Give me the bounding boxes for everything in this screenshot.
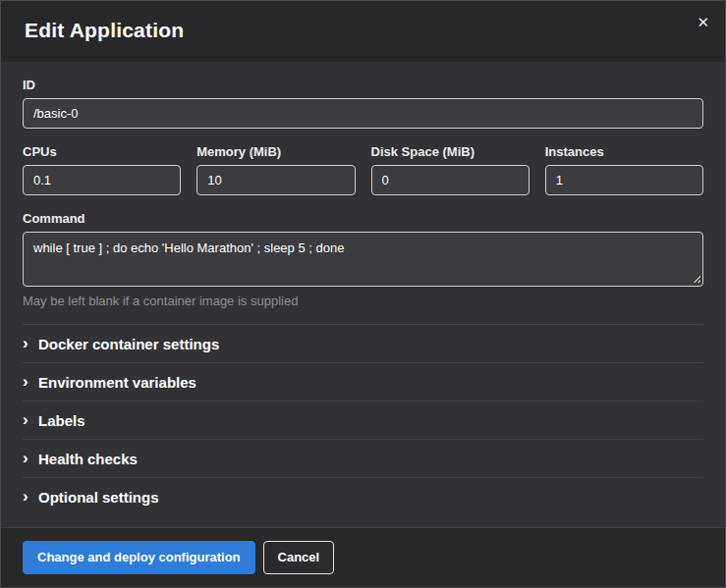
memory-field-group: Memory (MiB): [196, 144, 355, 195]
modal-footer: Change and deploy configuration Cancel: [1, 527, 725, 587]
instances-label: Instances: [545, 144, 703, 159]
section-health-checks[interactable]: › Health checks: [23, 439, 703, 477]
memory-input[interactable]: [196, 165, 355, 195]
page-title: Edit Application: [25, 19, 701, 42]
disk-field-group: Disk Space (MiB): [371, 144, 530, 195]
command-label: Command: [23, 211, 703, 226]
section-label: Health checks: [38, 451, 138, 467]
cancel-button[interactable]: Cancel: [263, 541, 335, 574]
section-label: Labels: [38, 412, 85, 429]
id-label: ID: [23, 78, 703, 92]
deploy-button[interactable]: Change and deploy configuration: [23, 541, 255, 574]
command-input[interactable]: while [ true ] ; do echo 'Hello Marathon…: [23, 232, 703, 287]
chevron-right-icon: ›: [23, 411, 38, 428]
section-optional-settings[interactable]: › Optional settings: [23, 477, 703, 515]
command-help-text: May be left blank if a container image i…: [23, 294, 703, 308]
section-label: Docker container settings: [38, 336, 219, 352]
instances-input[interactable]: [545, 165, 703, 195]
close-icon[interactable]: ✕: [697, 15, 709, 29]
chevron-right-icon: ›: [23, 373, 38, 390]
cpus-field-group: CPUs: [23, 144, 181, 195]
modal-body: ID CPUs Memory (MiB) Disk Space (MiB) In…: [1, 62, 725, 527]
resources-row: CPUs Memory (MiB) Disk Space (MiB) Insta…: [23, 144, 703, 195]
section-docker-container-settings[interactable]: › Docker container settings: [23, 324, 703, 362]
section-environment-variables[interactable]: › Environment variables: [23, 362, 703, 401]
command-field-group: Command while [ true ] ; do echo 'Hello …: [23, 211, 703, 308]
id-field-group: ID: [23, 78, 703, 129]
instances-field-group: Instances: [545, 144, 703, 195]
chevron-right-icon: ›: [23, 335, 38, 351]
disk-label: Disk Space (MiB): [371, 144, 530, 159]
section-labels[interactable]: › Labels: [23, 401, 703, 439]
collapsible-sections: › Docker container settings › Environmen…: [23, 324, 703, 515]
cpus-label: CPUs: [23, 144, 181, 159]
memory-label: Memory (MiB): [196, 144, 355, 159]
modal-header: Edit Application ✕: [1, 1, 725, 62]
section-label: Environment variables: [38, 374, 196, 391]
id-input[interactable]: [23, 98, 703, 129]
cpus-input[interactable]: [23, 165, 181, 195]
section-label: Optional settings: [38, 489, 159, 506]
chevron-right-icon: ›: [23, 488, 38, 505]
edit-application-modal: Edit Application ✕ ID CPUs Memory (MiB) …: [0, 0, 726, 588]
disk-input[interactable]: [371, 165, 530, 195]
chevron-right-icon: ›: [23, 450, 38, 466]
